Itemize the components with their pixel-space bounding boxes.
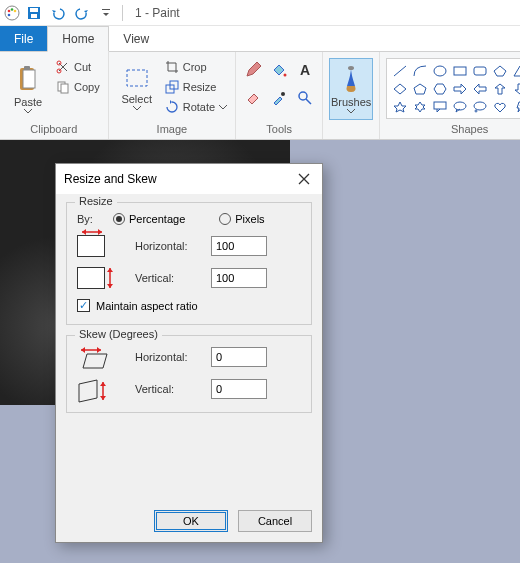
shape-curve-icon[interactable] [411,63,428,78]
svg-marker-37 [415,102,425,112]
cut-label: Cut [74,61,91,73]
crop-label: Crop [183,61,207,73]
brushes-button[interactable]: Brushes [329,58,373,120]
close-button[interactable] [294,169,314,189]
tab-home[interactable]: Home [47,26,109,52]
svg-marker-42 [517,102,520,112]
pencil-tool-icon[interactable] [242,58,264,82]
shape-callout-cloud-icon[interactable] [471,99,488,114]
skew-vertical-input[interactable] [211,379,267,399]
svg-point-19 [284,74,287,77]
group-clipboard: Paste Cut Copy Clipboard [0,52,109,139]
svg-point-24 [348,66,354,70]
shape-arrow-r-icon[interactable] [451,81,468,96]
shape-rect-icon[interactable] [451,63,468,78]
svg-point-26 [434,66,446,76]
shape-pentagon-icon[interactable] [411,81,428,96]
shape-heart-icon[interactable] [491,99,508,114]
paste-button[interactable]: Paste [6,58,50,120]
copy-button[interactable]: Copy [54,78,102,96]
redo-icon[interactable] [72,3,92,23]
ribbon-tabs: File Home View [0,26,520,52]
shape-star6-icon[interactable] [411,99,428,114]
shape-hexagon-icon[interactable] [431,81,448,96]
svg-point-21 [281,92,285,96]
tab-view[interactable]: View [109,26,163,51]
resize-horizontal-input[interactable] [211,236,267,256]
resize-legend: Resize [75,195,117,207]
cancel-button[interactable]: Cancel [238,510,312,532]
resize-button[interactable]: Resize [163,78,229,96]
shape-diamond-icon[interactable] [391,81,408,96]
shape-roundrect-icon[interactable] [471,63,488,78]
chevron-down-icon [219,105,227,110]
rotate-button[interactable]: Rotate [163,98,229,116]
chevron-down-icon [24,109,32,114]
svg-point-1 [8,9,11,12]
pixels-label: Pixels [235,213,264,225]
crop-icon [165,60,179,74]
svg-rect-28 [474,67,486,75]
title-bar: 1 - Paint [0,0,520,26]
resize-vertical-input[interactable] [211,268,267,288]
svg-text:A: A [300,62,310,78]
svg-rect-16 [127,70,147,86]
separator [122,5,123,21]
text-tool-icon[interactable]: A [294,58,316,82]
pixels-radio[interactable]: Pixels [219,213,264,225]
dialog-titlebar[interactable]: Resize and Skew [56,164,322,194]
skew-h-label: Horizontal: [135,351,201,363]
svg-point-0 [5,6,19,20]
cut-button[interactable]: Cut [54,58,102,76]
chevron-down-icon [347,109,355,114]
select-label: Select [121,93,152,105]
ok-button[interactable]: OK [154,510,228,532]
svg-marker-33 [414,84,426,94]
shape-oval-icon[interactable] [431,63,448,78]
copy-icon [56,80,70,94]
shape-polygon-icon[interactable] [491,63,508,78]
resize-label: Resize [183,81,217,93]
eraser-tool-icon[interactable] [242,86,264,110]
shape-arrow-u-icon[interactable] [491,81,508,96]
svg-point-3 [14,9,17,12]
scissors-icon [56,60,70,74]
skew-v-label: Vertical: [135,383,201,395]
undo-icon[interactable] [48,3,68,23]
svg-rect-38 [434,102,446,109]
shape-star5-icon[interactable] [391,99,408,114]
shapes-gallery[interactable] [386,58,520,119]
skew-legend: Skew (Degrees) [75,328,162,340]
svg-point-39 [454,102,466,110]
select-button[interactable]: Select [115,58,159,120]
shape-lightning-icon[interactable] [511,99,520,114]
shape-arrow-d-icon[interactable] [511,81,520,96]
save-icon[interactable] [24,3,44,23]
maintain-aspect-checkbox[interactable] [77,299,90,312]
tab-file[interactable]: File [0,26,47,51]
skew-horizontal-input[interactable] [211,347,267,367]
magnifier-tool-icon[interactable] [294,86,316,110]
svg-point-41 [475,110,477,112]
shape-arrow-l-icon[interactable] [471,81,488,96]
svg-rect-11 [24,66,30,70]
shape-line-icon[interactable] [391,63,408,78]
fill-tool-icon[interactable] [268,58,290,82]
rotate-icon [165,100,179,114]
resize-horizontal-icon [77,235,105,257]
shape-callout-oval-icon[interactable] [451,99,468,114]
qat-customize-icon[interactable] [96,3,116,23]
app-icon [4,5,20,21]
picker-tool-icon[interactable] [268,86,290,110]
shape-triangle-icon[interactable] [511,63,520,78]
svg-rect-6 [30,8,38,12]
svg-point-22 [299,92,307,100]
svg-marker-36 [394,102,406,112]
brushes-label: Brushes [331,96,371,108]
percentage-radio[interactable]: Percentage [113,213,185,225]
group-brushes-label [350,121,353,137]
svg-marker-30 [514,66,520,76]
crop-button[interactable]: Crop [163,58,229,76]
window-title: 1 - Paint [135,6,180,20]
shape-callout-rect-icon[interactable] [431,99,448,114]
